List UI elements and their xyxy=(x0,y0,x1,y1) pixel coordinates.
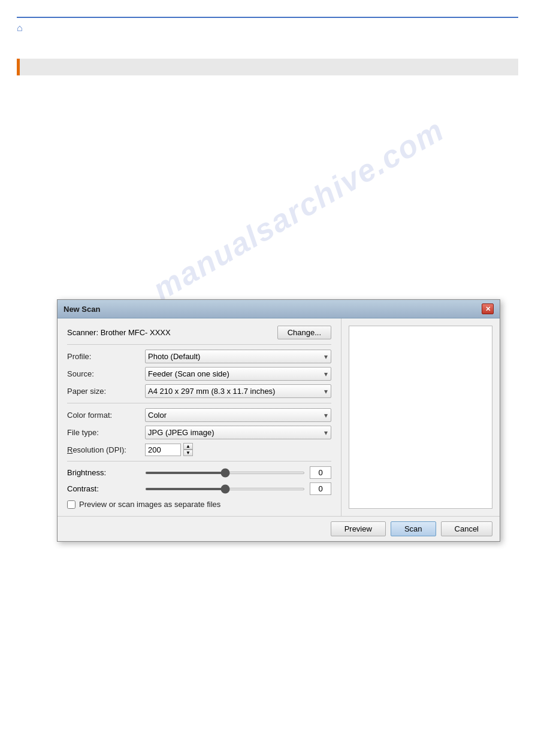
resolution-input[interactable] xyxy=(145,444,181,456)
contrast-slider-wrap xyxy=(145,482,331,495)
scanner-label: Scanner: Brother MFC- XXXX xyxy=(67,328,171,337)
profile-row: Profile: Photo (Default) Documents Custo… xyxy=(67,350,331,363)
resolution-spinner-btns: ▲ ▼ xyxy=(183,443,193,456)
brightness-value[interactable] xyxy=(310,466,331,479)
color-format-row: Color format: Color Grayscale Black and … xyxy=(67,408,331,422)
resolution-label: Resolution (DPI): xyxy=(67,445,145,454)
divider-2 xyxy=(67,461,331,462)
source-label: Source: xyxy=(67,369,145,378)
separate-files-row: Preview or scan images as separate files xyxy=(67,500,331,509)
preview-area xyxy=(349,326,492,509)
preview-button[interactable]: Preview xyxy=(331,521,386,536)
paper-size-select-wrapper: A4 210 x 297 mm (8.3 x 11.7 inches) Lett… xyxy=(145,384,331,398)
paper-size-label: Paper size: xyxy=(67,387,145,396)
dialog-body: Scanner: Brother MFC- XXXX Change... Pro… xyxy=(58,318,500,516)
cancel-button[interactable]: Cancel xyxy=(441,521,492,536)
separate-files-label: Preview or scan images as separate files xyxy=(79,500,220,509)
scanner-row: Scanner: Brother MFC- XXXX Change... xyxy=(67,326,331,345)
home-icon[interactable]: ⌂ xyxy=(17,23,23,34)
contrast-label: Contrast: xyxy=(67,484,145,493)
color-format-control: Color Grayscale Black and White xyxy=(145,408,331,422)
paper-size-control: A4 210 x 297 mm (8.3 x 11.7 inches) Lett… xyxy=(145,384,331,398)
file-type-control: JPG (JPEG image) BMP (Bitmap) PNG TIFF xyxy=(145,426,331,439)
profile-label: Profile: xyxy=(67,352,145,361)
dialog-title: New Scan xyxy=(64,305,100,314)
dialog-footer: Preview Scan Cancel xyxy=(58,516,500,541)
close-button[interactable]: ✕ xyxy=(482,303,494,314)
divider-1 xyxy=(67,403,331,403)
source-control: Feeder (Scan one side) Feeder (Scan both… xyxy=(145,367,331,381)
resolution-row: Resolution (DPI): ▲ ▼ xyxy=(67,443,331,456)
new-scan-dialog: New Scan ✕ Scanner: Brother MFC- XXXX Ch… xyxy=(57,299,500,542)
dialog-titlebar: New Scan ✕ xyxy=(58,300,500,318)
source-select-wrapper: Feeder (Scan one side) Feeder (Scan both… xyxy=(145,367,331,381)
file-type-label: File type: xyxy=(67,428,145,437)
resolution-label-text: Resolution (DPI): xyxy=(67,445,126,454)
contrast-value[interactable] xyxy=(310,482,331,495)
change-button[interactable]: Change... xyxy=(277,326,331,339)
separate-files-checkbox[interactable] xyxy=(67,500,75,509)
resolution-control: ▲ ▼ xyxy=(145,443,331,456)
profile-select-wrapper: Photo (Default) Documents Custom xyxy=(145,350,331,363)
brightness-row: Brightness: xyxy=(67,466,331,479)
source-row: Source: Feeder (Scan one side) Feeder (S… xyxy=(67,367,331,381)
resolution-up-btn[interactable]: ▲ xyxy=(183,443,193,450)
contrast-row: Contrast: xyxy=(67,482,331,495)
file-type-select[interactable]: JPG (JPEG image) BMP (Bitmap) PNG TIFF xyxy=(145,426,331,439)
color-format-select[interactable]: Color Grayscale Black and White xyxy=(145,408,331,422)
section-bar xyxy=(17,59,518,75)
dialog-left-panel: Scanner: Brother MFC- XXXX Change... Pro… xyxy=(58,318,341,516)
file-type-select-wrapper: JPG (JPEG image) BMP (Bitmap) PNG TIFF xyxy=(145,426,331,439)
scan-button[interactable]: Scan xyxy=(391,521,436,536)
watermark: manualsarchive.com xyxy=(146,111,450,307)
brightness-label: Brightness: xyxy=(67,468,145,477)
profile-control: Photo (Default) Documents Custom xyxy=(145,350,331,363)
paper-size-row: Paper size: A4 210 x 297 mm (8.3 x 11.7 … xyxy=(67,384,331,398)
resolution-spinner: ▲ ▼ xyxy=(145,443,331,456)
source-select[interactable]: Feeder (Scan one side) Feeder (Scan both… xyxy=(145,367,331,381)
brightness-slider-wrap xyxy=(145,466,331,479)
brightness-slider[interactable] xyxy=(145,472,305,474)
contrast-slider[interactable] xyxy=(145,488,305,490)
resolution-down-btn[interactable]: ▼ xyxy=(183,450,193,456)
top-line xyxy=(17,17,518,18)
profile-select[interactable]: Photo (Default) Documents Custom xyxy=(145,350,331,363)
color-format-label: Color format: xyxy=(67,411,145,420)
paper-size-select[interactable]: A4 210 x 297 mm (8.3 x 11.7 inches) Lett… xyxy=(145,384,331,398)
color-format-select-wrapper: Color Grayscale Black and White xyxy=(145,408,331,422)
file-type-row: File type: JPG (JPEG image) BMP (Bitmap)… xyxy=(67,426,331,439)
